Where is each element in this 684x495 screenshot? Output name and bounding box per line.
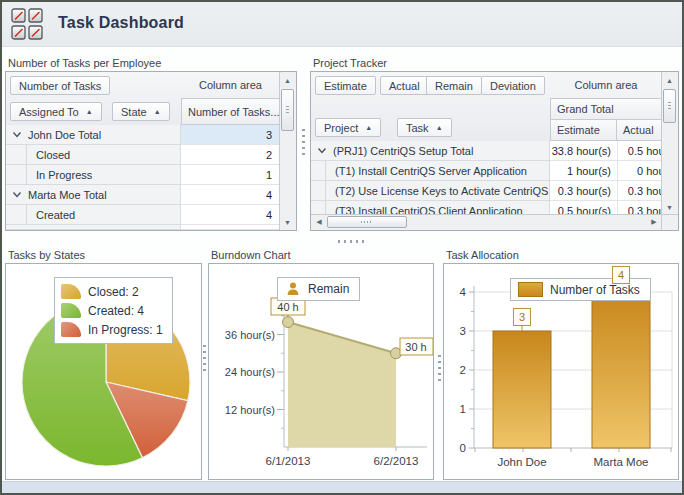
scrollbar-thumb[interactable] — [281, 89, 294, 131]
row-value-cell[interactable]: 2 — [181, 145, 280, 165]
scrollbar-thumb[interactable] — [663, 89, 676, 123]
row-label-cell[interactable]: (T2) Use License Keys to Activate Centri… — [311, 181, 550, 201]
vertical-scrollbar[interactable]: ▲ ▼ — [661, 72, 678, 215]
grand-total-header: Grand Total — [550, 98, 662, 120]
field-task[interactable]: Task▲ — [397, 118, 452, 137]
table-row: (PRJ1) CentriQS Setup Total 33.8 hour(s)… — [311, 141, 662, 161]
burndown-chart-title: Burndown Chart — [211, 249, 291, 261]
row-label-cell[interactable]: Created — [6, 205, 181, 225]
table-row: Marta Moe Total 4 — [6, 185, 280, 205]
splitter-handle[interactable] — [302, 129, 305, 159]
y-tick-label: 2 — [460, 364, 466, 376]
splitter-handle[interactable] — [438, 355, 441, 385]
page-title: Task Dashboard — [58, 14, 184, 32]
legend-label: Closed: 2 — [88, 285, 139, 299]
field-actual[interactable]: Actual — [380, 76, 429, 95]
legend-label: Number of Tasks — [550, 283, 640, 297]
row-label-cell[interactable]: Marta Moe Total — [6, 185, 181, 205]
table-row: (T1) Install CentriQS Server Application… — [311, 161, 662, 181]
estimate-cell[interactable]: 33.8 hour(s) — [550, 141, 617, 161]
bar-marta-moe[interactable] — [592, 292, 650, 448]
pivot-header-area: Number of Tasks Column area Assigned To▲… — [6, 72, 280, 126]
scroll-left-button[interactable]: ◀ — [312, 215, 326, 229]
splitter-handle[interactable] — [203, 345, 206, 375]
y-tick-label: 36 hour(s) — [225, 329, 275, 341]
field-number-of-tasks[interactable]: Number of Tasks — [10, 76, 110, 95]
field-deviation[interactable]: Deviation — [481, 76, 545, 95]
scroll-up-button[interactable]: ▲ — [662, 73, 677, 87]
field-assigned-to[interactable]: Assigned To▲ — [10, 102, 102, 121]
data-point-marker[interactable] — [283, 317, 294, 328]
project-tracker-grid: Estimate Actual Remain Deviation Column … — [310, 71, 679, 231]
y-tick-label: 24 hour(s) — [225, 366, 275, 378]
burndown-chart-panel: 12 hour(s)24 hour(s)36 hour(s) 40 h 30 h… — [208, 263, 434, 480]
legend-label: In Progress: 1 — [88, 323, 163, 337]
expand-icon[interactable] — [12, 191, 22, 199]
field-state[interactable]: State▲ — [112, 102, 170, 121]
scroll-up-button[interactable]: ▲ — [280, 73, 295, 87]
horizontal-scrollbar[interactable]: ◀ ▶ — [311, 214, 662, 230]
legend-swatch — [61, 303, 81, 318]
sort-asc-icon: ▲ — [86, 108, 93, 115]
row-label-cell[interactable]: (PRJ1) CentriQS Setup Total — [311, 141, 550, 161]
legend-item: In Progress: 1 — [61, 321, 163, 338]
task-allocation-panel: 01234John DoeMarta Moe Number of Tasks 3… — [443, 263, 679, 480]
y-tick-label: 12 hour(s) — [225, 404, 275, 416]
thumb-grip — [286, 106, 289, 114]
x-category-label: John Doe — [497, 456, 546, 468]
x-tick-label: 6/1/2013 — [266, 455, 311, 467]
expand-icon[interactable] — [12, 131, 22, 139]
legend-item: Created: 4 — [61, 302, 163, 319]
point-callout-label: 40 h — [277, 301, 298, 313]
field-project[interactable]: Project▲ — [315, 118, 381, 137]
bar-value-callout: 4 — [612, 266, 630, 284]
splitter-handle[interactable] — [338, 240, 368, 243]
scroll-right-button[interactable]: ▶ — [647, 215, 661, 229]
row-value-cell[interactable]: 1 — [181, 165, 280, 185]
x-tick-label: 6/2/2013 — [374, 455, 419, 467]
table-row: Created 4 — [6, 205, 280, 225]
legend-label: Remain — [308, 282, 349, 296]
estimate-cell[interactable]: 1 hour(s) — [550, 161, 617, 181]
tasks-per-employee-grid: Number of Tasks Column area Assigned To▲… — [5, 71, 297, 231]
row-value-cell[interactable]: 4 — [181, 185, 280, 205]
indent-line — [26, 165, 27, 184]
burndown-legend: Remain — [277, 277, 360, 301]
legend-label: Created: 4 — [88, 304, 144, 318]
y-tick-label: 4 — [460, 286, 467, 298]
point-callout-label: 30 h — [405, 341, 426, 353]
table-row: Closed 2 — [6, 145, 280, 165]
indent-line — [325, 161, 326, 180]
legend-swatch — [61, 284, 81, 299]
dashboard-titlebar: Task Dashboard — [2, 2, 682, 47]
row-value-cell[interactable]: 4 — [181, 205, 280, 225]
y-tick-label: 0 — [460, 442, 466, 454]
row-label-cell[interactable]: Closed — [6, 145, 181, 165]
project-tracker-title: Project Tracker — [313, 57, 387, 69]
field-remain[interactable]: Remain — [426, 76, 482, 95]
bar-john-doe[interactable] — [493, 331, 551, 448]
indent-line — [26, 145, 27, 164]
expand-icon[interactable] — [317, 147, 327, 155]
scrollbar-thumb[interactable] — [327, 216, 407, 228]
indent-line — [325, 181, 326, 200]
scrollbar-corner — [661, 214, 678, 230]
column-area-label: Column area — [181, 72, 280, 98]
estimate-column-header: Estimate — [550, 119, 617, 141]
table-row-clipped — [6, 225, 280, 230]
sort-asc-icon: ▲ — [436, 124, 443, 131]
estimate-cell[interactable]: 0.3 hour(s) — [550, 181, 617, 201]
vertical-scrollbar[interactable]: ▲ ▼ — [279, 72, 296, 230]
row-value-cell[interactable]: 3 — [181, 125, 280, 145]
row-label-cell[interactable]: (T1) Install CentriQS Server Application — [311, 161, 550, 181]
scroll-down-button[interactable]: ▼ — [662, 200, 677, 214]
tasks-by-states-panel: Closed: 2 Created: 4 In Progress: 1 — [5, 263, 202, 480]
scroll-down-button[interactable]: ▼ — [280, 215, 295, 229]
bar-value-callout: 3 — [513, 308, 531, 326]
field-estimate[interactable]: Estimate — [315, 76, 376, 95]
indent-line — [26, 205, 27, 224]
row-label-cell[interactable]: John Doe Total — [6, 125, 181, 145]
pie-legend: Closed: 2 Created: 4 In Progress: 1 — [54, 277, 173, 344]
row-label-cell[interactable]: In Progress — [6, 165, 181, 185]
tasks-by-states-title: Tasks by States — [8, 249, 85, 261]
